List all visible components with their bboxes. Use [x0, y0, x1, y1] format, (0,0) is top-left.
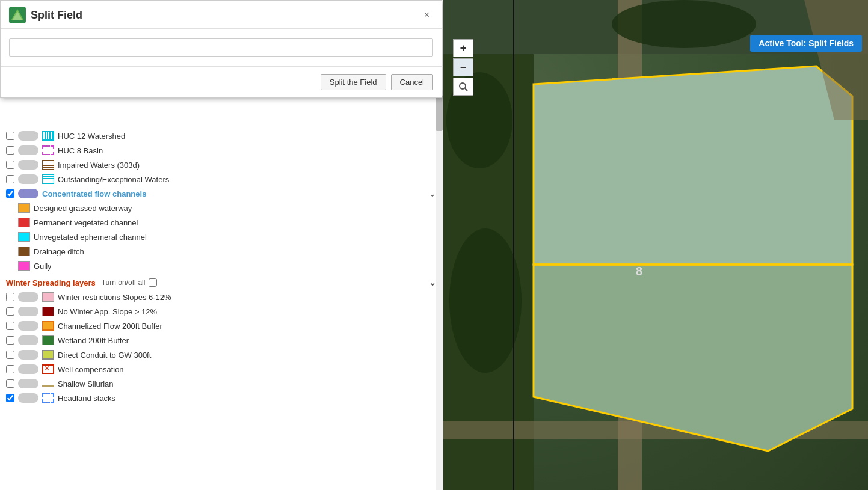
- cancel-button[interactable]: Cancel: [391, 74, 433, 90]
- no-winter-toggle[interactable]: [18, 307, 38, 316]
- huc8-toggle[interactable]: [18, 145, 38, 155]
- direct-checkbox[interactable]: [6, 351, 14, 359]
- map-area: 8 + − Active Tool: Split Fields: [443, 0, 868, 490]
- shallow-toggle[interactable]: [18, 379, 38, 388]
- channelized-toggle[interactable]: [18, 321, 38, 331]
- field-number-label: 8: [636, 265, 642, 278]
- outstanding-checkbox[interactable]: [6, 175, 14, 183]
- permanent-swatch: [18, 218, 30, 227]
- list-item: Concentrated flow channels ⌄: [0, 186, 442, 201]
- list-item: HUC 8 Basin: [0, 143, 442, 158]
- list-item: Direct Conduit to GW 300ft: [0, 348, 442, 362]
- huc8-swatch: [42, 145, 54, 155]
- well-swatch: [42, 364, 54, 374]
- turn-on-off-label: Turn on/off all: [102, 278, 146, 287]
- gully-label: Gully: [34, 262, 52, 271]
- winter-slope-checkbox[interactable]: [6, 293, 14, 301]
- huc8-checkbox[interactable]: [6, 146, 14, 155]
- headland-swatch: [42, 393, 54, 403]
- scrollbar-track[interactable]: [436, 90, 443, 490]
- drainage-swatch: [18, 247, 30, 256]
- channelized-swatch: [42, 321, 54, 331]
- concentrated-checkbox[interactable]: [6, 189, 14, 198]
- wetland-checkbox[interactable]: [6, 336, 14, 345]
- huc12-toggle[interactable]: [18, 131, 38, 141]
- zoom-in-button[interactable]: +: [453, 39, 473, 57]
- winter-slope-swatch: [42, 292, 54, 302]
- active-tool-badge: Active Tool: Split Fields: [750, 35, 862, 52]
- wetland-toggle[interactable]: [18, 335, 38, 345]
- winter-section-header: Winter Spreading layers Turn on/off all …: [0, 273, 442, 290]
- list-item: Shallow Silurian: [0, 376, 442, 391]
- dialog-close-button[interactable]: ×: [420, 9, 433, 21]
- dialog-body: [1, 29, 442, 67]
- outstanding-swatch: [42, 174, 54, 184]
- svg-point-14: [449, 228, 522, 373]
- wetland-swatch: [42, 335, 54, 345]
- no-winter-checkbox[interactable]: [6, 307, 14, 316]
- svg-marker-8: [534, 66, 852, 265]
- direct-label: Direct Conduit to GW 300ft: [58, 351, 151, 360]
- concentrated-label: Concentrated flow channels: [42, 189, 146, 198]
- svg-point-17: [460, 83, 466, 89]
- well-toggle[interactable]: [18, 364, 38, 374]
- direct-toggle[interactable]: [18, 350, 38, 360]
- impaired-toggle[interactable]: [18, 160, 38, 170]
- headland-checkbox[interactable]: [6, 394, 14, 402]
- dialog-title: Split Field: [31, 9, 82, 22]
- no-winter-swatch: [42, 307, 54, 316]
- well-checkbox[interactable]: [6, 365, 14, 373]
- winter-slope-toggle[interactable]: [18, 292, 38, 302]
- search-icon: [458, 81, 469, 92]
- scrollbar-thumb[interactable]: [436, 95, 443, 131]
- zoom-controls: + −: [453, 39, 473, 96]
- no-winter-label: No Winter App. Slope > 12%: [58, 307, 157, 316]
- gully-swatch: [18, 261, 30, 271]
- zoom-search-button[interactable]: [453, 78, 473, 96]
- app-logo: [9, 7, 26, 23]
- drainage-label: Drainage ditch: [34, 247, 84, 256]
- direct-swatch: [42, 350, 54, 360]
- list-item: Outstanding/Exceptional Waters: [0, 172, 442, 186]
- shallow-checkbox[interactable]: [6, 379, 14, 388]
- list-item: Unvegetated ephemeral channel: [0, 230, 442, 244]
- outstanding-toggle[interactable]: [18, 174, 38, 184]
- map-background: [443, 0, 868, 490]
- list-item: Headland stacks: [0, 391, 442, 405]
- well-label: Well compensation: [58, 365, 124, 374]
- concentrated-toggle[interactable]: [18, 189, 38, 198]
- split-line-vertical: [513, 0, 514, 490]
- list-item: Permanent vegetated channel: [0, 215, 442, 230]
- permanent-label: Permanent vegetated channel: [34, 218, 138, 227]
- headland-label: Headland stacks: [58, 394, 115, 403]
- impaired-checkbox[interactable]: [6, 161, 14, 169]
- list-item: Drainage ditch: [0, 244, 442, 259]
- channelized-label: Channelized Flow 200ft Buffer: [58, 322, 162, 331]
- dialog-title-area: Split Field: [9, 7, 82, 23]
- unvegetated-swatch: [18, 232, 30, 242]
- list-item: Winter restrictions Slopes 6-12%: [0, 290, 442, 304]
- headland-toggle[interactable]: [18, 393, 38, 403]
- list-item: Gully: [0, 259, 442, 273]
- impaired-label: Impaired Waters (303d): [58, 161, 140, 170]
- wetland-label: Wetland 200ft Buffer: [58, 336, 129, 345]
- svg-point-15: [612, 0, 756, 48]
- impaired-swatch: [42, 160, 54, 170]
- split-field-dialog: Split Field × Split the Field Cancel: [0, 0, 442, 98]
- shallow-label: Shallow Silurian: [58, 379, 114, 388]
- huc12-checkbox[interactable]: [6, 132, 14, 140]
- winter-toggle-all[interactable]: [149, 278, 157, 287]
- list-item: Wetland 200ft Buffer: [0, 333, 442, 348]
- list-item: Designed grassed waterway: [0, 201, 442, 215]
- outstanding-label: Outstanding/Exceptional Waters: [58, 175, 169, 184]
- list-item: No Winter App. Slope > 12%: [0, 304, 442, 319]
- map-terrain-svg: [443, 0, 868, 490]
- zoom-minus-button[interactable]: −: [453, 58, 473, 76]
- left-panel: Split Field × Split the Field Cancel HUC…: [0, 0, 443, 490]
- unvegetated-label: Unvegetated ephemeral channel: [34, 233, 147, 242]
- channelized-checkbox[interactable]: [6, 322, 14, 330]
- split-field-button[interactable]: Split the Field: [321, 74, 386, 90]
- winter-label: Winter Spreading layers: [6, 278, 96, 287]
- dialog-input[interactable]: [9, 38, 433, 57]
- huc12-swatch: [42, 131, 54, 141]
